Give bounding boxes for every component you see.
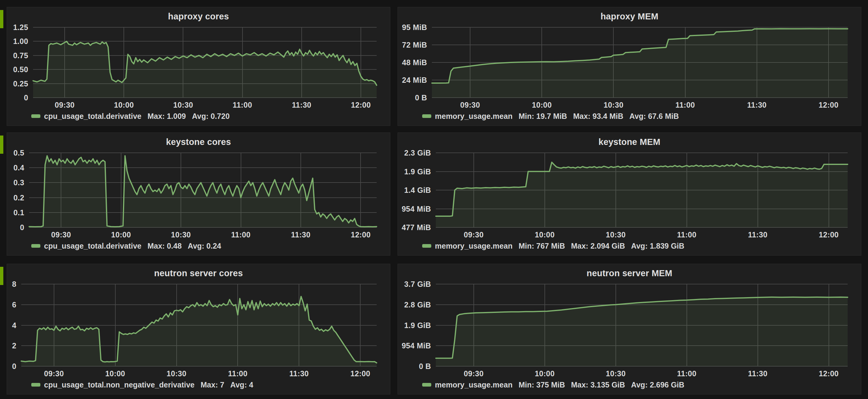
svg-text:0.2: 0.2 xyxy=(13,193,24,202)
legend-color-swatch[interactable] xyxy=(422,114,431,118)
panel-neutron-server-cores: neutron server cores 0246809:3010:0010:3… xyxy=(7,264,390,394)
svg-text:1.25: 1.25 xyxy=(13,23,28,32)
svg-text:11:30: 11:30 xyxy=(291,230,310,239)
svg-text:2: 2 xyxy=(12,341,17,350)
panel-title[interactable]: keystone MEM xyxy=(398,133,861,148)
svg-text:10:00: 10:00 xyxy=(535,369,555,378)
svg-text:09:30: 09:30 xyxy=(51,230,71,239)
svg-text:8: 8 xyxy=(12,280,17,288)
legend-stat-avg: Avg: 67.6 MiB xyxy=(629,112,679,121)
svg-text:12:00: 12:00 xyxy=(819,230,839,239)
svg-text:0 B: 0 B xyxy=(415,93,427,102)
svg-text:0.1: 0.1 xyxy=(13,208,24,217)
legend-series-name[interactable]: cpu_usage_total.derivative xyxy=(44,242,142,251)
svg-text:11:30: 11:30 xyxy=(292,101,311,109)
svg-text:1.9 GiB: 1.9 GiB xyxy=(404,321,431,330)
panel-title[interactable]: neutron server cores xyxy=(7,264,390,280)
legend-stat-avg: Avg: 0.24 xyxy=(188,242,221,251)
legend-series-name[interactable]: memory_usage.mean xyxy=(435,242,513,251)
svg-text:10:00: 10:00 xyxy=(111,230,131,239)
chart-legend: cpu_usage_total.non_negative_derivative … xyxy=(7,379,390,394)
legend-color-swatch[interactable] xyxy=(422,244,431,248)
panel-haproxy-mem: haproxy MEM 0 B24 MiB48 MiB72 MiB95 MiB0… xyxy=(398,7,861,126)
legend-stat-max: Max: 7 xyxy=(200,380,224,389)
legend-color-swatch[interactable] xyxy=(31,383,40,387)
svg-text:10:30: 10:30 xyxy=(606,230,625,239)
svg-text:10:30: 10:30 xyxy=(603,101,623,109)
svg-text:1.9 GiB: 1.9 GiB xyxy=(404,167,431,176)
svg-text:0: 0 xyxy=(24,93,28,102)
chart-legend: cpu_usage_total.derivative Max: 0.48 Avg… xyxy=(7,240,390,255)
chart-canvas[interactable]: 477 MiB954 MiB1.4 GiB1.9 GiB2.3 GiB09:30… xyxy=(398,148,861,240)
svg-text:11:00: 11:00 xyxy=(228,369,247,378)
dashboard-row-3: neutron server cores 0246809:3010:0010:3… xyxy=(0,264,868,394)
chart-legend: memory_usage.mean Min: 375 MiB Max: 3.13… xyxy=(398,379,861,394)
legend-stat-max: Max: 2.094 GiB xyxy=(571,242,625,251)
svg-text:12:00: 12:00 xyxy=(350,369,370,378)
svg-text:0.4: 0.4 xyxy=(13,163,24,172)
row-toggle-indicator[interactable] xyxy=(0,136,3,154)
legend-stat-max: Max: 3.135 GiB xyxy=(571,380,625,389)
svg-text:24 MiB: 24 MiB xyxy=(402,76,427,84)
panel-keystone-cores: keystone cores 00.10.20.30.40.509:3010:0… xyxy=(7,132,390,256)
svg-text:954 MiB: 954 MiB xyxy=(402,341,431,350)
svg-text:2.3 GiB: 2.3 GiB xyxy=(404,148,431,157)
svg-text:11:00: 11:00 xyxy=(233,101,252,109)
dashboard-row-1: haproxy cores 00.250.500.751.001.2509:30… xyxy=(0,7,868,126)
svg-text:2.8 GiB: 2.8 GiB xyxy=(404,300,431,309)
svg-text:11:30: 11:30 xyxy=(748,230,768,239)
legend-stat-max: Max: 93.4 MiB xyxy=(573,112,623,121)
timeseries-plot: 00.10.20.30.40.509:3010:0010:3011:0011:3… xyxy=(7,148,390,240)
svg-text:10:30: 10:30 xyxy=(173,101,193,109)
timeseries-plot: 0 B954 MiB1.9 GiB2.8 GiB3.7 GiB09:3010:0… xyxy=(398,280,861,379)
chart-legend: memory_usage.mean Min: 19.7 MiB Max: 93.… xyxy=(398,110,861,126)
svg-text:72 MiB: 72 MiB xyxy=(402,41,427,49)
legend-color-swatch[interactable] xyxy=(31,244,40,248)
row-toggle-indicator[interactable] xyxy=(0,10,3,28)
legend-series-name[interactable]: memory_usage.mean xyxy=(435,380,513,389)
legend-stat-max: Max: 1.009 xyxy=(148,112,186,121)
svg-text:0.5: 0.5 xyxy=(13,148,24,157)
svg-text:11:00: 11:00 xyxy=(231,230,250,239)
svg-text:09:30: 09:30 xyxy=(44,369,64,378)
svg-text:09:30: 09:30 xyxy=(460,101,480,109)
chart-canvas[interactable]: 0 B954 MiB1.9 GiB2.8 GiB3.7 GiB09:3010:0… xyxy=(398,280,861,379)
legend-series-name[interactable]: cpu_usage_total.derivative xyxy=(44,112,142,121)
svg-text:1.00: 1.00 xyxy=(13,37,28,45)
legend-stat-avg: Avg: 0.720 xyxy=(192,112,229,121)
chart-canvas[interactable]: 00.250.500.751.001.2509:3010:0010:3011:0… xyxy=(7,23,390,110)
svg-text:11:30: 11:30 xyxy=(748,369,768,378)
legend-series-name[interactable]: memory_usage.mean xyxy=(435,112,513,121)
legend-color-swatch[interactable] xyxy=(422,383,431,387)
legend-stat-avg: Avg: 1.839 GiB xyxy=(631,242,684,251)
svg-text:11:30: 11:30 xyxy=(289,369,309,378)
svg-text:10:00: 10:00 xyxy=(114,101,134,109)
legend-stat-min: Min: 375 MiB xyxy=(519,380,565,389)
chart-canvas[interactable]: 0246809:3010:0010:3011:0011:3012:00 xyxy=(7,280,390,379)
chart-canvas[interactable]: 00.10.20.30.40.509:3010:0010:3011:0011:3… xyxy=(7,148,390,240)
legend-stat-avg: Avg: 2.696 GiB xyxy=(631,380,684,389)
row-toggle-indicator[interactable] xyxy=(0,267,3,285)
chart-legend: cpu_usage_total.derivative Max: 1.009 Av… xyxy=(7,110,390,126)
svg-text:4: 4 xyxy=(12,321,17,330)
legend-series-name[interactable]: cpu_usage_total.non_negative_derivative xyxy=(44,380,194,389)
svg-text:12:00: 12:00 xyxy=(351,230,371,239)
legend-stat-avg: Avg: 4 xyxy=(230,380,253,389)
svg-text:0.75: 0.75 xyxy=(13,51,28,60)
panel-title[interactable]: haproxy MEM xyxy=(398,7,861,23)
legend-color-swatch[interactable] xyxy=(31,114,40,118)
svg-text:11:00: 11:00 xyxy=(677,369,696,378)
svg-text:954 MiB: 954 MiB xyxy=(402,205,431,213)
panel-title[interactable]: haproxy cores xyxy=(7,7,390,23)
legend-stat-max: Max: 0.48 xyxy=(148,242,182,251)
panel-title[interactable]: keystone cores xyxy=(7,133,390,148)
panel-title[interactable]: neutron server MEM xyxy=(398,264,861,280)
svg-text:10:30: 10:30 xyxy=(166,369,186,378)
svg-text:10:00: 10:00 xyxy=(535,230,555,239)
chart-legend: memory_usage.mean Min: 767 MiB Max: 2.09… xyxy=(398,240,861,255)
svg-text:48 MiB: 48 MiB xyxy=(402,58,427,67)
svg-text:11:30: 11:30 xyxy=(747,101,767,109)
timeseries-plot: 0246809:3010:0010:3011:0011:3012:00 xyxy=(7,280,390,379)
chart-canvas[interactable]: 0 B24 MiB48 MiB72 MiB95 MiB09:3010:0010:… xyxy=(398,23,861,110)
svg-text:0: 0 xyxy=(12,362,17,370)
